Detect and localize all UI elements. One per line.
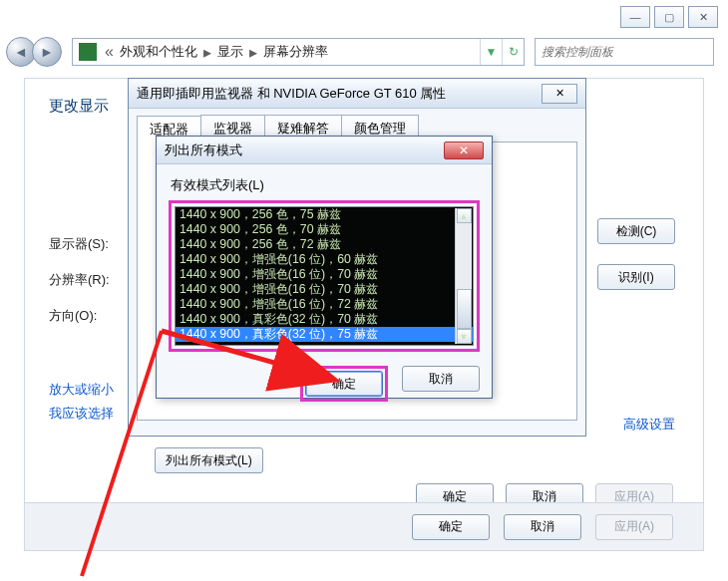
arrow-right-icon: ► <box>40 44 54 60</box>
breadcrumb[interactable]: 屏幕分辨率 <box>259 43 332 61</box>
mode-ok-button[interactable]: 确定 <box>305 371 383 397</box>
search-box[interactable] <box>535 38 714 66</box>
annotation-highlight-listbox: 1440 x 900，256 色，75 赫兹 1440 x 900，256 色，… <box>169 200 480 352</box>
list-item[interactable]: 1440 x 900，256 色，72 赫兹 <box>176 237 473 252</box>
address-refresh-button[interactable]: ↻ <box>502 39 524 65</box>
mode-list-label: 有效模式列表(L) <box>171 176 480 194</box>
list-item[interactable]: 1440 x 900，增强色(16 位)，72 赫兹 <box>176 297 473 312</box>
mode-cancel-button[interactable]: 取消 <box>402 366 480 392</box>
scroll-down-button[interactable]: ▼ <box>457 329 472 344</box>
nav-forward-button[interactable]: ► <box>32 37 62 67</box>
window-close-button[interactable]: ✕ <box>688 6 718 28</box>
list-item[interactable]: 1440 x 900，256 色，70 赫兹 <box>176 222 473 237</box>
search-input[interactable] <box>536 45 713 59</box>
list-all-modes-button[interactable]: 列出所有模式(L) <box>155 447 263 473</box>
chevron-down-icon: ▼ <box>460 332 469 342</box>
mode-dialog-close-button[interactable]: ✕ <box>444 142 484 159</box>
chevron-up-icon: ▲ <box>460 211 469 221</box>
arrow-left-icon: ◄ <box>14 44 28 60</box>
prop-dialog-close-button[interactable]: ✕ <box>542 84 577 104</box>
identify-button[interactable]: 识别(I) <box>597 264 675 290</box>
detect-button[interactable]: 检测(C) <box>597 218 675 244</box>
list-modes-dialog: 列出所有模式 ✕ 有效模式列表(L) 1440 x 900，256 色，75 赫… <box>156 136 493 399</box>
breadcrumb[interactable]: 外观和个性化 <box>116 43 201 61</box>
address-dropdown-button[interactable]: ▼ <box>480 39 502 65</box>
scroll-thumb[interactable] <box>457 289 472 329</box>
close-icon: ✕ <box>699 11 708 24</box>
control-panel-icon <box>79 43 97 61</box>
advanced-settings-link[interactable]: 高级设置 <box>623 416 675 434</box>
close-icon: ✕ <box>555 87 564 100</box>
prop-dialog-title: 通用即插即用监视器 和 NVIDIA GeForce GT 610 属性 <box>137 85 446 103</box>
chevron-down-icon: ▼ <box>486 45 498 59</box>
list-item[interactable]: 1440 x 900，增强色(16 位)，60 赫兹 <box>176 252 473 267</box>
list-item-selected[interactable]: 1440 x 900，真彩色(32 位)，75 赫兹 <box>176 327 473 342</box>
mode-listbox[interactable]: 1440 x 900，256 色，75 赫兹 1440 x 900，256 色，… <box>175 206 474 346</box>
list-item[interactable]: 1440 x 900，增强色(16 位)，70 赫兹 <box>176 282 473 297</box>
window-maximize-button[interactable]: ▢ <box>654 6 684 28</box>
page-ok-button[interactable]: 确定 <box>412 514 490 540</box>
minimize-icon: — <box>630 11 641 23</box>
address-bar[interactable]: « 外观和个性化 ▸ 显示 ▸ 屏幕分辨率 ▼ ↻ <box>72 38 525 66</box>
explorer-toolbar: ◄ ► « 外观和个性化 ▸ 显示 ▸ 屏幕分辨率 ▼ ↻ <box>6 34 718 70</box>
listbox-scrollbar[interactable]: ▲ ▼ <box>455 208 472 344</box>
mode-dialog-title: 列出所有模式 <box>165 142 242 159</box>
breadcrumb[interactable]: 显示 <box>213 43 247 61</box>
list-item[interactable]: 1440 x 900，256 色，75 赫兹 <box>176 207 473 222</box>
maximize-icon: ▢ <box>664 11 674 24</box>
window-minimize-button[interactable]: — <box>620 6 650 28</box>
scroll-up-button[interactable]: ▲ <box>457 208 472 223</box>
refresh-icon: ↻ <box>509 45 519 59</box>
page-cancel-button[interactable]: 取消 <box>504 514 581 540</box>
list-item[interactable]: 1440 x 900，真彩色(32 位)，70 赫兹 <box>176 312 473 327</box>
annotation-highlight-ok: 确定 <box>300 366 388 402</box>
close-icon: ✕ <box>459 144 469 157</box>
list-item[interactable]: 1440 x 900，增强色(16 位)，70 赫兹 <box>176 267 473 282</box>
page-apply-button: 应用(A) <box>595 514 673 540</box>
page-button-bar: 确定 取消 应用(A) <box>25 502 703 550</box>
